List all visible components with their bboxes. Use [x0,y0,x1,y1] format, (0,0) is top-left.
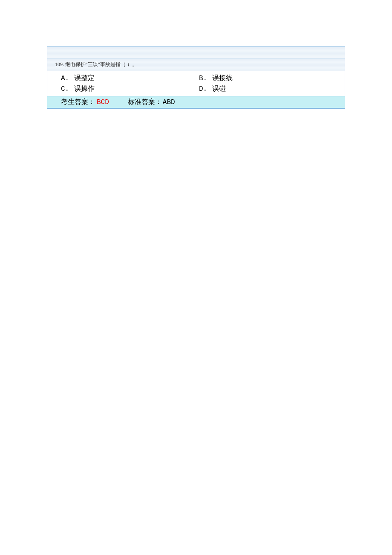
options-row: A. 误整定 B. 误接线 C. 误操作 D. 误碰 [47,71,345,96]
option-letter: A. [61,75,69,82]
option-c: C. 误操作 [61,84,199,94]
header-spacer [47,46,345,58]
option-text: 误接线 [212,74,233,82]
option-d: D. 误碰 [199,84,337,94]
option-letter: B. [199,75,207,82]
question-text-row: 109. 继电保护"三误"事故是指（ ）。 [47,58,345,71]
question-text: 继电保护"三误"事故是指（ ）。 [65,61,137,67]
standard-answer-label: 标准答案： [128,98,162,107]
standard-answer-value: ABD [163,98,175,106]
option-a: A. 误整定 [61,73,199,84]
option-letter: D. [199,85,207,93]
user-answer-value: BCD [97,98,109,106]
question-container: 109. 继电保护"三误"事故是指（ ）。 A. 误整定 B. 误接线 C. 误… [47,46,345,109]
answer-row: 考生答案： BCD 标准答案： ABD [47,96,345,108]
option-b: B. 误接线 [199,73,337,84]
option-text: 误碰 [212,84,226,92]
user-answer-label: 考生答案： [61,98,95,107]
option-text: 误整定 [74,74,95,82]
question-number: 109. [55,61,64,67]
option-text: 误操作 [74,84,95,92]
option-letter: C. [61,85,69,93]
